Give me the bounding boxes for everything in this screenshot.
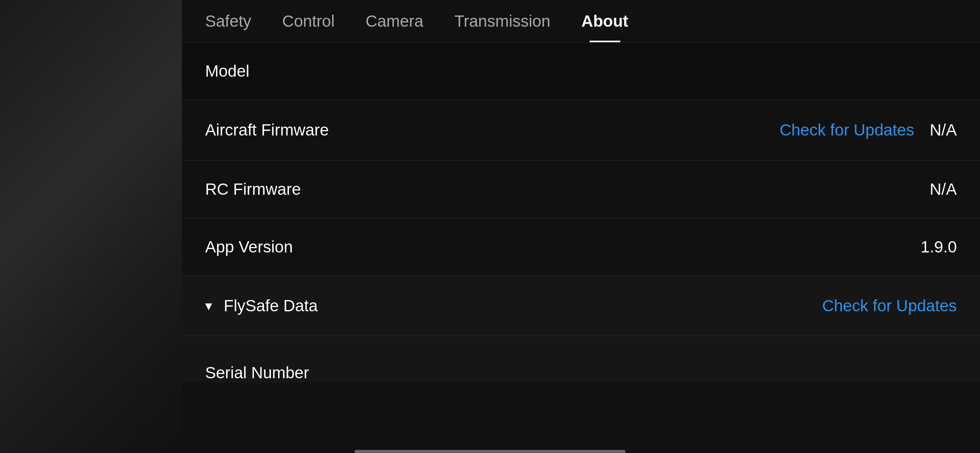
flysafe-data-label: FlySafe Data [224,297,318,315]
app-version-row: App Version 1.9.0 [182,218,980,276]
tab-bar: Safety Control Camera Transmission About [182,0,980,43]
tab-control[interactable]: Control [267,0,350,42]
serial-number-label: Serial Number [205,364,309,382]
flysafe-data-row: ▾ FlySafe Data Check for Updates [182,276,980,336]
aircraft-firmware-row: Aircraft Firmware Check for Updates N/A [182,100,980,161]
app-version-label: App Version [205,238,293,256]
app-version-value: 1.9.0 [921,238,957,256]
scrollbar-area [182,336,980,352]
tab-about[interactable]: About [566,0,644,42]
aircraft-firmware-value: N/A [930,121,957,139]
tab-transmission[interactable]: Transmission [439,0,566,42]
aircraft-firmware-label: Aircraft Firmware [205,121,329,139]
rc-firmware-label: RC Firmware [205,180,301,199]
main-content: Safety Control Camera Transmission About… [182,0,980,453]
left-panel [0,0,182,453]
model-row: Model [182,43,980,100]
content-area: Model Aircraft Firmware Check for Update… [182,43,980,453]
flysafe-check-updates[interactable]: Check for Updates [822,295,957,317]
scrollbar-thumb [355,450,625,453]
horizontal-scrollbar[interactable] [355,450,625,453]
rc-firmware-value: N/A [930,180,957,199]
serial-number-row: Serial Number [182,352,980,383]
aircraft-firmware-check-updates[interactable]: Check for Updates [780,120,914,141]
chevron-down-icon[interactable]: ▾ [205,298,212,314]
aircraft-firmware-right: Check for Updates N/A [780,120,957,141]
model-label: Model [205,62,249,81]
flysafe-left: ▾ FlySafe Data [205,297,318,315]
rc-firmware-row: RC Firmware N/A [182,161,980,218]
tab-camera[interactable]: Camera [350,0,439,42]
tab-safety[interactable]: Safety [190,0,267,42]
